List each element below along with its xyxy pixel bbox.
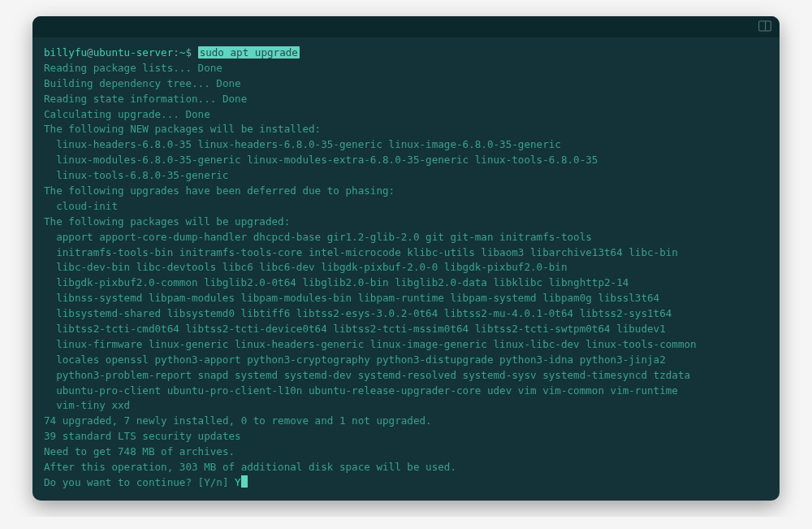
titlebar <box>32 16 780 37</box>
output-line: vim-tiny xxd <box>44 398 768 414</box>
output-line: libgdk-pixbuf2.0-common libglib2.0-0t64 … <box>44 275 768 291</box>
output-line: ubuntu-pro-client ubuntu-pro-client-l10n… <box>44 384 768 399</box>
output-line: libc-dev-bin libc-devtools libc6 libc6-d… <box>44 260 768 275</box>
prompt-user: billyfu <box>44 46 87 59</box>
output-line: The following packages will be upgraded: <box>44 215 768 230</box>
output-line: Reading package lists... Done <box>44 61 768 76</box>
split-panes-icon[interactable] <box>758 20 771 35</box>
prompt-continue: Do you want to continue? [Y/n] Y <box>44 475 768 491</box>
output-line: Calculating upgrade... Done <box>44 107 768 123</box>
output-line: After this operation, 303 MB of addition… <box>44 460 768 475</box>
output-line: linux-firmware linux-generic linux-heade… <box>44 337 768 353</box>
output-line: libtss2-tcti-cmd0t64 libtss2-tcti-device… <box>44 322 768 337</box>
output-line: The following upgrades have been deferre… <box>44 184 768 199</box>
cursor-icon <box>241 475 248 488</box>
output-line: Need to get 748 MB of archives. <box>44 444 768 460</box>
continue-question: Do you want to continue? [Y/n] <box>44 476 235 488</box>
svg-rect-0 <box>759 21 771 31</box>
terminal-body[interactable]: billyfu@ubuntu-server:~$ sudo apt upgrad… <box>32 37 780 501</box>
output-line: libsystemd-shared libsystemd0 libtiff6 l… <box>44 306 768 322</box>
output-line: python3-problem-report snapd systemd sys… <box>44 368 768 384</box>
user-input: Y <box>235 476 241 488</box>
output-line: linux-modules-6.8.0-35-generic linux-mod… <box>44 153 768 168</box>
output-line: 39 standard LTS security updates <box>44 429 768 444</box>
prompt-at: @ <box>87 46 93 59</box>
terminal-window: billyfu@ubuntu-server:~$ sudo apt upgrad… <box>32 16 780 501</box>
output-line: Reading state information... Done <box>44 92 768 107</box>
prompt-line: billyfu@ubuntu-server:~$ sudo apt upgrad… <box>44 46 768 61</box>
output-line: 74 upgraded, 7 newly installed, 0 to rem… <box>44 414 768 429</box>
output-line: Building dependency tree... Done <box>44 76 768 92</box>
prompt-symbol: $ <box>185 46 192 59</box>
output-line: cloud-init <box>44 199 768 215</box>
output-line: The following NEW packages will be insta… <box>44 122 768 137</box>
output-line: initramfs-tools-bin initramfs-tools-core… <box>44 245 768 261</box>
output-line: libnss-systemd libpam-modules libpam-mod… <box>44 291 768 306</box>
output-line: linux-headers-6.8.0-35 linux-headers-6.8… <box>44 137 768 153</box>
output-line: linux-tools-6.8.0-35-generic <box>44 168 768 184</box>
output-line: apport apport-core-dump-handler dhcpcd-b… <box>44 230 768 245</box>
prompt-colon: : <box>173 46 179 59</box>
prompt-host: ubuntu-server <box>93 46 174 59</box>
output-line: locales openssl python3-apport python3-c… <box>44 353 768 368</box>
entered-command: sudo apt upgrade <box>198 46 300 59</box>
